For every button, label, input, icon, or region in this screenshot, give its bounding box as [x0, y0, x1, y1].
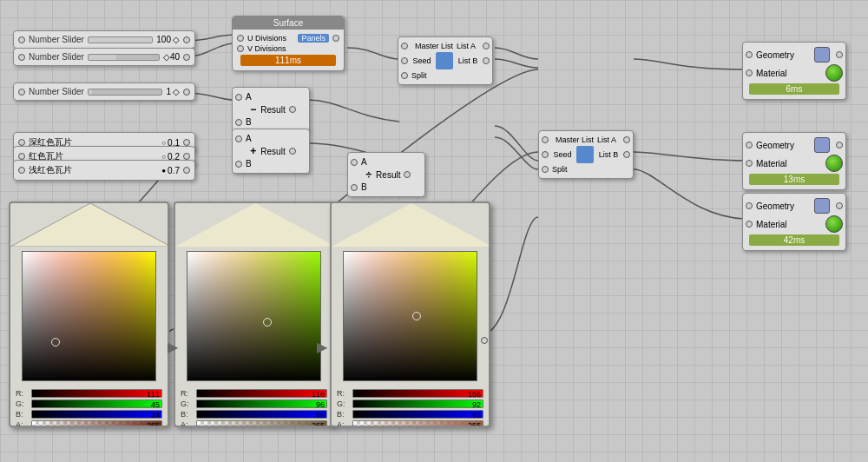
port-gm3-in[interactable] — [746, 202, 753, 209]
panel1-g-bar[interactable]: 45 — [31, 399, 162, 408]
gm2-timer: 13ms — [749, 174, 839, 185]
port-surface-out[interactable] — [332, 35, 339, 42]
panel2-g-bar[interactable]: 96 — [196, 399, 327, 408]
panel2-a-bar[interactable]: 255 — [196, 420, 327, 427]
r-label-2: R: — [181, 389, 196, 398]
panel2-sliders: R: 116 G: 96 B: 59 A: 255 — [175, 386, 332, 427]
number-slider-2: Number Slider ◇40 — [13, 48, 195, 66]
panel3-picker[interactable] — [343, 251, 477, 381]
port-gm2-mat[interactable] — [746, 160, 753, 167]
gm3-texture-icon — [814, 198, 830, 214]
gm3-mat-label: Material — [756, 220, 823, 229]
add-result-label: Result — [260, 147, 285, 156]
port-out-dark-red[interactable] — [183, 139, 190, 146]
panel2-b-bar[interactable]: 59 — [196, 410, 327, 419]
port-gm1-out[interactable] — [836, 51, 843, 58]
port-gm2-out[interactable] — [836, 142, 843, 148]
geo-mat-node-1: Geometry Material 6ms — [742, 42, 846, 100]
master-list-label-2: Master List — [556, 135, 594, 144]
port-gm2-in[interactable] — [746, 142, 753, 148]
port-add-out[interactable] — [289, 148, 296, 155]
port-ml2-seed[interactable] — [542, 151, 549, 158]
port-div-out[interactable] — [404, 171, 411, 178]
slider-track-1[interactable] — [88, 36, 153, 43]
port-gm3-out[interactable] — [836, 202, 843, 209]
panel1-a-row: A: 255 — [16, 420, 162, 427]
div-a-label: A — [361, 157, 367, 167]
arrow-1: ▶ — [168, 339, 178, 355]
port-in[interactable] — [18, 36, 25, 43]
port-ml2-split[interactable] — [542, 166, 549, 173]
g-label-2: G: — [181, 399, 196, 408]
panel1-b-bar[interactable]: 24 — [31, 410, 162, 419]
gm1-texture-icon — [814, 47, 830, 63]
color-panel-1[interactable]: R: 111 G: 45 B: 24 A: 255 � — [9, 201, 169, 427]
panel2-deco-svg — [175, 203, 332, 247]
port-udiv-in[interactable] — [237, 45, 244, 52]
port-ml2-lista[interactable] — [623, 136, 630, 143]
panel1-a-bar[interactable]: 255 — [31, 420, 162, 427]
port-div-b[interactable] — [351, 184, 358, 191]
panel1-g-value: 45 — [151, 400, 160, 408]
arrow-2: ▶ — [317, 339, 327, 355]
port-gm3-mat[interactable] — [746, 221, 753, 228]
port-out-light-red[interactable] — [183, 167, 190, 174]
panel3-b-bar[interactable]: 63 — [352, 410, 483, 419]
port-out-3[interactable] — [183, 89, 190, 96]
port-out-1[interactable] — [183, 36, 190, 43]
port-sub-b[interactable] — [235, 119, 242, 126]
port-gm1-in[interactable] — [746, 51, 753, 58]
port-out-red[interactable] — [183, 153, 190, 160]
port-ml1-split[interactable] — [401, 72, 408, 79]
port-ml2-listb[interactable] — [623, 151, 630, 158]
panel1-crosshair — [51, 338, 60, 346]
port-in[interactable] — [18, 54, 25, 61]
slider-track-2[interactable] — [88, 54, 160, 61]
color-panel-2[interactable]: R: 116 G: 96 B: 59 A: 255 🖊 — [174, 201, 334, 427]
number-slider-1: Number Slider 100 ◇ — [13, 30, 195, 49]
surface-panels-node: Surface U Divisions Panels V Divisions 1… — [232, 16, 345, 71]
port-out-2[interactable] — [183, 54, 190, 61]
panel3-crosshair — [412, 312, 421, 320]
panel3-r-bar[interactable]: 156 — [352, 389, 483, 398]
timer-111ms: 111ms — [240, 55, 336, 66]
port-in[interactable] — [18, 89, 25, 96]
port-ml2-in[interactable] — [542, 136, 549, 143]
panel1-picker[interactable] — [22, 251, 156, 381]
port-ml1-in[interactable] — [401, 43, 408, 50]
port-in-dark-red[interactable] — [18, 139, 25, 146]
port-add-b[interactable] — [235, 161, 242, 168]
port-ml1-seed[interactable] — [401, 57, 408, 64]
port-div-a[interactable] — [351, 159, 358, 166]
slider-track-3[interactable] — [88, 89, 163, 96]
port-cp1-out[interactable] — [481, 337, 488, 344]
panel3-a-value: 255 — [468, 421, 481, 427]
port-add-a[interactable] — [235, 135, 242, 142]
slider-dial-1[interactable]: ◇ — [173, 35, 180, 44]
panel3-a-bar[interactable]: 255 — [352, 420, 483, 427]
port-gm1-mat[interactable] — [746, 69, 753, 76]
port-sub-out[interactable] — [289, 106, 296, 113]
port-surface-in[interactable] — [237, 35, 244, 42]
panel2-picker[interactable] — [187, 251, 321, 381]
panel1-canvas[interactable] — [23, 252, 156, 381]
port-ml1-lista[interactable] — [483, 43, 490, 50]
port-ml1-listb[interactable] — [483, 57, 490, 64]
gm1-sphere-icon — [825, 64, 843, 82]
panel3-canvas[interactable] — [344, 252, 477, 381]
color-panel-3[interactable]: R: 156 G: 92 B: 63 A: 255 🖊 — [330, 201, 490, 427]
panel1-r-bar[interactable]: 111 — [31, 389, 162, 398]
panel2-canvas[interactable] — [187, 252, 321, 381]
a-label-2: A: — [181, 420, 196, 427]
panel2-a-value: 255 — [312, 421, 325, 427]
gm1-timer: 6ms — [749, 83, 839, 95]
panel2-r-bar[interactable]: 116 — [196, 389, 327, 398]
list-b-label-1: List B — [458, 56, 478, 65]
port-in-light-red[interactable] — [18, 167, 25, 174]
port-in-red[interactable] — [18, 153, 25, 160]
panel2-g-row: G: 96 — [181, 399, 327, 408]
slider-dial-3[interactable]: ◇ — [173, 87, 180, 96]
a-label-3: A: — [337, 420, 352, 427]
panel3-g-bar[interactable]: 92 — [352, 399, 483, 408]
port-sub-a[interactable] — [235, 94, 242, 101]
